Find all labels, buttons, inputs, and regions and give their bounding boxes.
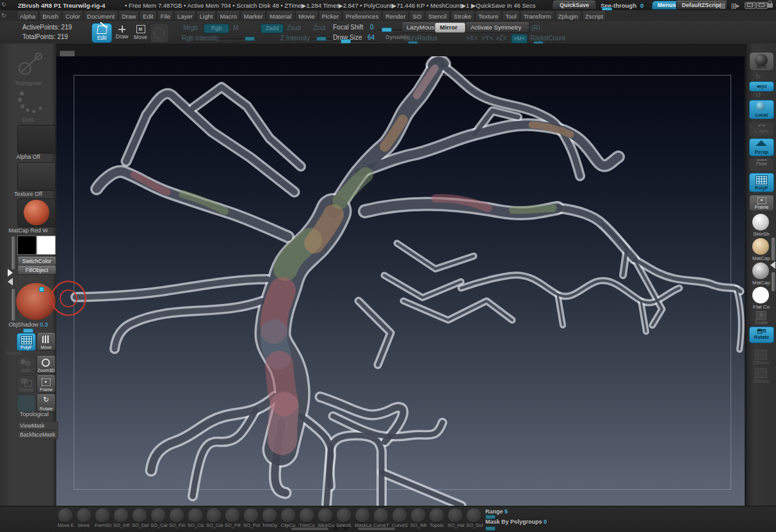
menu-item[interactable]: Tool [502,12,519,21]
tray-expand-arrow[interactable] [8,269,13,277]
mrgb-button[interactable]: Mrgb [183,24,198,31]
rgb-intensity-label[interactable]: Rgb Intensity [182,35,219,42]
bpr-button[interactable]: BPR [749,52,774,71]
brush-item[interactable]: SO_Infl [113,508,129,528]
right-collapse-arrow[interactable] [770,261,775,269]
menu-item[interactable]: SO [409,12,424,21]
matcap-gray-sphere-b[interactable] [752,262,769,279]
main-color-swatch[interactable] [17,236,36,255]
switch-color-button[interactable]: SwitchColor [17,257,56,266]
menu-item[interactable]: Zplugin [555,12,581,21]
solo-button[interactable]: Solo [17,356,36,374]
brush-item[interactable]: SliceCu [318,508,333,528]
menu-item[interactable]: Macro [216,12,239,21]
fill-object-button[interactable]: FillObject [17,266,56,275]
spin-ccw-icon[interactable]: ↺ [756,92,761,99]
xyz-button[interactable]: ◂xyz [749,81,774,92]
menu-item[interactable]: Marker [241,12,266,21]
document-canvas[interactable] [56,56,745,506]
menu-item[interactable]: Layer [174,12,196,21]
brush-item[interactable]: Topolo [429,508,444,528]
right-scrollbar-upper[interactable] [771,237,776,261]
menu-item[interactable]: Render [382,12,408,21]
viewmask-button[interactable]: ViewMask [17,421,58,430]
refresh-icon-2[interactable]: ↻ [1,12,6,19]
zoom3d-button[interactable]: Zoom3D [36,356,56,374]
persp-button[interactable]: Persp [749,138,774,156]
menu-item[interactable]: Brush [39,12,61,21]
tray-collapse-arrow[interactable] [8,278,13,286]
polyframe-view-button[interactable]: PolyF [749,173,774,192]
frame-button[interactable]: Frame [36,375,56,393]
divider-right-icon[interactable]: |||▸ [731,2,740,9]
menu-item[interactable]: File [158,12,174,21]
menu-item[interactable]: Picker [319,12,342,21]
brush-item[interactable]: SO_Clc [188,508,203,528]
move-button[interactable]: M Move [132,23,149,42]
mirror-button[interactable]: Mirror [435,22,465,33]
menu-item[interactable]: Material [266,12,295,21]
floor-button[interactable]: Floor [749,157,774,172]
brush-item[interactable]: SO_Hai [448,508,463,528]
menu-item[interactable]: Light [197,12,216,21]
menu-item[interactable]: Preferences [343,12,382,21]
range-slider[interactable] [485,515,496,519]
brush-item[interactable]: CurveT [373,508,389,528]
polyframe-button[interactable]: PolyF [17,333,36,351]
dots-icon[interactable] [17,90,46,115]
brush-item[interactable]: SO_Cla [206,508,222,528]
activate-symmetry-button[interactable]: Activate Symmetry [465,22,529,33]
local-button[interactable]: Local [749,100,774,119]
brush-item[interactable]: Move [76,508,92,528]
backfacemask-button[interactable]: BackfaceMask [17,430,58,439]
rgb-button[interactable]: Rgb [204,24,229,33]
range-slider-row[interactable]: Range 5 [485,508,547,515]
panel-expand-icon[interactable] [756,2,768,9]
menu-item[interactable]: Color [62,12,83,21]
brush-strip-scrollbar[interactable] [291,526,395,531]
draw-size-track[interactable] [333,41,379,43]
brush-item[interactable]: Move E [58,508,73,528]
menu-item[interactable]: Movie [295,12,318,21]
texture-thumbnail[interactable] [17,162,56,191]
brush-item[interactable]: ClipCu [280,508,296,528]
brush-item[interactable]: FormSc [95,508,110,528]
scroll-up-icon[interactable] [332,526,339,530]
sculpt-mode-button[interactable] [150,23,169,43]
mask-slider[interactable] [485,526,496,531]
sym-m-button[interactable]: >M< [511,34,528,44]
zreme-icon[interactable] [755,350,767,360]
z-intensity-slider[interactable] [316,36,327,41]
quicksave-button[interactable]: QuickSave [552,1,597,10]
objshadow-label[interactable]: ObjShadow 0.3 [0,321,56,328]
brush-item[interactable]: SelectL [336,508,352,528]
divider-left-icon[interactable]: ◂||| [717,2,725,9]
brush-item[interactable]: MaskLa [355,508,370,528]
brush-item[interactable]: SO_Car [150,508,166,528]
alpha-thumbnail[interactable] [17,125,56,154]
draw-button[interactable]: Draw [113,23,131,42]
menu-item[interactable]: Zscript [582,12,607,21]
menu-item[interactable]: Stroke [451,12,474,21]
focal-shift-label[interactable]: Focal Shift [333,24,363,31]
sym-x-button[interactable]: >X< [466,35,478,42]
menu-item[interactable]: Draw [118,12,139,21]
z-intensity-label[interactable]: Z Intensity [280,35,310,42]
menu-item[interactable]: Texture [475,12,501,21]
flat-color-circle[interactable] [752,287,769,303]
brush-item[interactable]: SO_IMI [410,508,426,528]
material-thumbnail[interactable] [17,198,56,227]
brush-item[interactable]: SO_Pol [243,508,259,528]
brush-item[interactable]: CurveS [392,508,407,528]
dots-label[interactable]: Dots [0,117,56,123]
zsub-button[interactable]: Zsub [287,24,301,31]
zmode-label[interactable]: ZMode [747,378,776,384]
spin-cw-icon[interactable]: ↻ [756,73,761,80]
brush-item[interactable]: TrimDy [262,508,277,528]
scale-label[interactable]: Scale [747,319,776,325]
menu-item[interactable]: Edit [140,12,156,21]
brush-item[interactable]: SO_Del [132,508,147,528]
panel-collapse-icon[interactable] [745,2,756,9]
mask-by-polygroups-row[interactable]: Mask By Polygroups 0 [485,519,547,525]
zmode-icon[interactable] [755,368,767,378]
